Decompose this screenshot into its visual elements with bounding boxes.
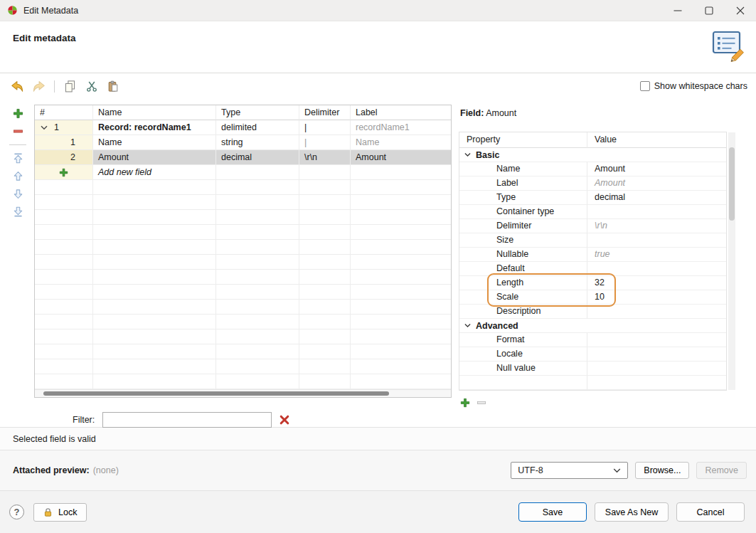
horizontal-scrollbar[interactable] xyxy=(35,389,451,397)
grid-cell-empty xyxy=(351,359,451,374)
property-row-delimiter[interactable]: Delimiter \r\n xyxy=(459,219,726,233)
move-down-button[interactable] xyxy=(12,188,24,200)
main-area: # Name Type Delimiter Label 1 Record: re… xyxy=(0,99,756,427)
move-up-button[interactable] xyxy=(12,170,24,182)
grid-cell-empty xyxy=(35,329,93,344)
remove-property-button[interactable] xyxy=(477,398,486,408)
grid-cell-empty xyxy=(351,255,451,270)
property-row-name[interactable]: Name Amount xyxy=(459,162,726,176)
column-header-property: Property xyxy=(459,132,587,148)
property-value xyxy=(587,347,726,362)
grid-cell-empty xyxy=(93,180,216,195)
grid-cell-type: decimal xyxy=(216,150,299,165)
property-value: 10 xyxy=(587,290,726,305)
status-bar: Selected field is valid xyxy=(0,427,756,450)
grid-cell-record-label: recordName1 xyxy=(351,120,451,135)
copy-icon xyxy=(64,80,76,93)
property-row-type[interactable]: Type decimal xyxy=(459,191,726,205)
property-group-basic[interactable]: Basic xyxy=(459,148,726,162)
clear-filter-icon xyxy=(279,415,289,425)
property-row-container-type[interactable]: Container type xyxy=(459,205,726,219)
grid-row-empty xyxy=(35,180,451,195)
copy-button[interactable] xyxy=(63,79,78,94)
app-logo-icon xyxy=(7,5,18,16)
save-as-new-button[interactable]: Save As New xyxy=(595,502,669,522)
filter-input[interactable] xyxy=(102,412,272,428)
property-row-empty xyxy=(459,376,726,390)
redo-button[interactable] xyxy=(31,79,46,94)
property-row-nullable[interactable]: Nullable true xyxy=(459,248,726,262)
paste-button[interactable] xyxy=(105,79,120,94)
add-property-button[interactable] xyxy=(460,398,470,408)
close-button[interactable] xyxy=(725,0,756,21)
grid-cell-empty xyxy=(299,255,351,270)
grid-row-field-name[interactable]: 1 Name string | Name xyxy=(35,135,451,150)
toolbar-divider xyxy=(9,144,26,145)
grid-row-empty xyxy=(35,225,451,240)
property-row-description[interactable]: Description xyxy=(459,305,726,319)
minimize-button[interactable] xyxy=(662,0,693,21)
attached-preview-bar: Attached preview: (none) UTF-8 Browse...… xyxy=(0,450,756,491)
property-row-format[interactable]: Format xyxy=(459,333,726,347)
metadata-grid: # Name Type Delimiter Label 1 Record: re… xyxy=(34,105,452,398)
clear-filter-button[interactable] xyxy=(279,415,289,425)
move-bottom-button[interactable] xyxy=(12,206,24,218)
add-field-button[interactable] xyxy=(12,107,24,120)
property-row-length[interactable]: Length 32 xyxy=(459,276,726,290)
add-field-icon[interactable] xyxy=(59,168,68,177)
grid-cell-empty xyxy=(216,240,299,255)
grid-cell-name: Amount xyxy=(93,150,216,165)
encoding-value: UTF-8 xyxy=(518,465,543,475)
property-group-advanced[interactable]: Advanced xyxy=(459,319,726,333)
property-row-default[interactable]: Default xyxy=(459,262,726,276)
titlebar: Edit Metadata xyxy=(0,0,756,21)
vertical-scrollbar[interactable] xyxy=(728,132,735,390)
property-name: Size xyxy=(459,233,587,248)
lock-button[interactable]: Lock xyxy=(33,503,87,522)
grid-row-field-amount-selected[interactable]: 2 Amount decimal \r\n Amount xyxy=(35,150,451,165)
remove-field-button[interactable] xyxy=(12,125,24,137)
cancel-button[interactable]: Cancel xyxy=(676,502,745,522)
save-button[interactable]: Save xyxy=(518,502,587,522)
undo-button[interactable] xyxy=(10,79,25,94)
chevron-down-icon[interactable] xyxy=(41,125,48,130)
grid-cell-empty xyxy=(351,344,451,359)
grid-row-empty xyxy=(35,240,451,255)
close-icon xyxy=(736,6,745,15)
property-row-null-value[interactable]: Null value xyxy=(459,362,726,376)
property-row-label[interactable]: Label Amount xyxy=(459,176,726,191)
grid-cell-empty xyxy=(35,255,93,270)
grid-row-record[interactable]: 1 Record: recordName1 delimited | record… xyxy=(35,120,451,135)
property-actions xyxy=(459,398,745,408)
grid-cell-empty xyxy=(299,270,351,285)
show-whitespace-checkbox[interactable] xyxy=(640,81,650,91)
horizontal-scrollbar-thumb[interactable] xyxy=(43,391,389,396)
property-name: Container type xyxy=(459,205,587,219)
property-row-scale[interactable]: Scale 10 xyxy=(459,290,726,305)
remove-button[interactable]: Remove xyxy=(696,462,747,479)
arrow-top-icon xyxy=(13,153,23,164)
arrow-down-icon xyxy=(13,189,23,199)
grid-cell-empty xyxy=(35,300,93,315)
encoding-select[interactable]: UTF-8 xyxy=(511,462,628,479)
help-button[interactable]: ? xyxy=(9,505,24,519)
maximize-button[interactable] xyxy=(693,0,725,21)
move-top-button[interactable] xyxy=(12,152,24,164)
grid-row-add-new-field[interactable]: Add new field xyxy=(35,165,451,180)
grid-cell-empty xyxy=(35,270,93,285)
grid-cell-empty xyxy=(351,240,451,255)
minus-icon xyxy=(13,126,23,137)
property-name: Format xyxy=(459,333,587,347)
grid-cell-empty xyxy=(93,374,216,389)
column-header-type: Type xyxy=(216,105,299,120)
attached-preview-value: (none) xyxy=(93,465,119,475)
footer-bar: ? Lock Save Save As New Cancel xyxy=(0,491,756,533)
cut-button[interactable] xyxy=(84,79,99,94)
grid-cell-empty xyxy=(93,255,216,270)
property-value: 32 xyxy=(587,276,726,290)
browse-button[interactable]: Browse... xyxy=(635,462,689,479)
property-row-size[interactable]: Size xyxy=(459,233,726,248)
grid-cell-empty xyxy=(351,374,451,389)
vertical-scrollbar-thumb[interactable] xyxy=(729,147,735,221)
property-row-locale[interactable]: Locale xyxy=(459,347,726,362)
